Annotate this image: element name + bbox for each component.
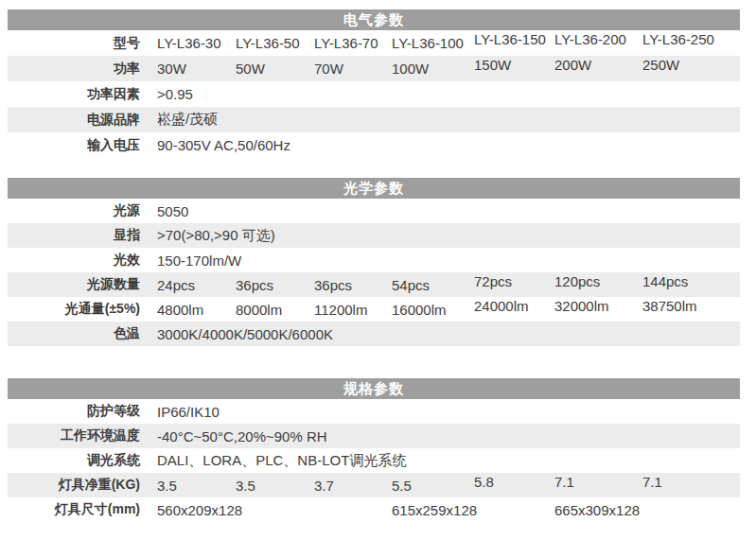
cell-text: LY-L36-150 (474, 31, 546, 47)
table-row: 调光系统DALI、LORA、PLC、NB-LOT调光系统 (8, 448, 740, 473)
table-row: 型号LY-L36-30LY-L36-50LY-L36-70LY-L36-100L… (8, 30, 740, 56)
cell-value: 70W (307, 56, 384, 81)
table-row: 功率30W50W70W100W150W200W250W (8, 56, 740, 81)
cell-text: 32000lm (554, 298, 609, 314)
cell-value: 665x309x128 (547, 497, 740, 522)
cell-text: 7.1 (642, 474, 662, 490)
table-row: 电源品牌崧盛/茂硕 (8, 107, 740, 132)
row-label: 色温 (8, 322, 149, 346)
row-label: 功率因素 (8, 81, 149, 107)
row-label: 调光系统 (8, 448, 149, 473)
section-electrical-parameters: 电气参数 型号LY-L36-30LY-L36-50LY-L36-70LY-L36… (8, 9, 740, 158)
cell-value: 72pcs (466, 272, 547, 297)
row-label: 灯具净重(KG) (8, 473, 149, 497)
row-label: 型号 (8, 30, 149, 56)
cell-text: 72pcs (474, 273, 512, 289)
cell-text: IP66/IK10 (157, 404, 220, 420)
cell-value: 144pcs (635, 272, 740, 297)
cell-text: 8000lm (236, 302, 282, 318)
table-row: 显指>70(>80,>90 可选) (8, 223, 740, 248)
cell-value: 8000lm (228, 297, 307, 322)
row-label: 灯具尺寸(mm) (8, 497, 149, 522)
cell-value: 36pcs (228, 272, 307, 297)
cell-text: 615x259x128 (392, 502, 477, 518)
cell-text: 3000K/4000K/5000K/6000K (157, 326, 333, 342)
table-row: 防护等级IP66/IK10 (8, 399, 740, 424)
cell-text: 36pcs (236, 277, 273, 293)
row-label: 显指 (8, 223, 149, 248)
cell-value: LY-L36-70 (307, 30, 384, 56)
row-label: 防护等级 (8, 399, 149, 424)
cell-text: 90-305V AC,50/60Hz (157, 137, 290, 153)
cell-text: 36pcs (314, 277, 352, 293)
electrical-parameters-table: 型号LY-L36-30LY-L36-50LY-L36-70LY-L36-100L… (8, 30, 740, 158)
cell-value: 50W (228, 56, 307, 81)
cell-text: >70(>80,>90 可选) (157, 227, 275, 245)
cell-text: 24pcs (157, 277, 195, 293)
cell-value: 150W (466, 56, 547, 81)
cell-text: 120pcs (554, 273, 600, 289)
table-row: 光源5050 (8, 199, 740, 223)
cell-value: 120pcs (547, 272, 635, 297)
cell-text: 30W (157, 61, 186, 77)
row-label: 光效 (8, 248, 149, 272)
section-specification-parameters: 规格参数 防护等级IP66/IK10工作环境温度-40°C~50°C,20%~9… (8, 378, 740, 522)
cell-value: 7.1 (547, 473, 635, 497)
table-row: 色温3000K/4000K/5000K/6000K (8, 322, 740, 346)
cell-value: LY-L36-250 (635, 30, 740, 56)
cell-value: 36pcs (307, 272, 384, 297)
cell-text: LY-L36-250 (642, 31, 714, 47)
row-label: 光通量(±5%) (8, 297, 149, 322)
section-title-electrical: 电气参数 (8, 9, 740, 30)
cell-value: 90-305V AC,50/60Hz (149, 132, 740, 158)
cell-value: 250W (635, 56, 740, 81)
cell-text: 70W (314, 61, 343, 77)
cell-text: 4800lm (157, 302, 203, 318)
row-label: 输入电压 (8, 132, 149, 158)
table-row: 灯具尺寸(mm)560x209x128615x259x128665x309x12… (8, 497, 740, 522)
cell-value: 崧盛/茂硕 (149, 107, 740, 132)
section-title-specification: 规格参数 (8, 378, 740, 399)
cell-value: 16000lm (384, 297, 466, 322)
row-label: 光源数量 (8, 272, 149, 297)
table-row: 灯具净重(KG)3.53.53.75.55.87.17.1 (8, 473, 740, 497)
cell-value: LY-L36-200 (547, 30, 635, 56)
cell-text: 5050 (157, 203, 188, 219)
cell-text: LY-L36-100 (392, 35, 464, 51)
cell-text: 144pcs (642, 273, 688, 289)
cell-value: 100W (384, 56, 466, 81)
cell-value: LY-L36-150 (466, 30, 547, 56)
cell-value: >0.95 (149, 81, 740, 107)
cell-text: >0.95 (157, 86, 193, 102)
section-title-optical: 光学参数 (8, 178, 740, 199)
cell-text: LY-L36-200 (554, 31, 626, 47)
cell-value: 5.8 (466, 473, 547, 497)
optical-parameters-table: 光源5050显指>70(>80,>90 可选)光效150-170lm/W光源数量… (8, 199, 740, 346)
cell-text: 5.8 (474, 474, 494, 490)
cell-text: LY-L36-70 (314, 35, 378, 51)
cell-text: 100W (392, 61, 429, 77)
cell-value: 4800lm (149, 297, 228, 322)
cell-value: 615x259x128 (384, 497, 547, 522)
cell-value: 200W (547, 56, 635, 81)
cell-value: LY-L36-30 (149, 30, 228, 56)
cell-text: 50W (236, 61, 265, 77)
cell-text: LY-L36-50 (236, 35, 300, 51)
cell-value: 3000K/4000K/5000K/6000K (149, 322, 740, 346)
table-row: 光源数量24pcs36pcs36pcs54pcs72pcs120pcs144pc… (8, 272, 740, 297)
section-optical-parameters: 光学参数 光源5050显指>70(>80,>90 可选)光效150-170lm/… (8, 178, 740, 346)
cell-value: 32000lm (547, 297, 635, 322)
cell-text: 11200lm (314, 302, 367, 318)
cell-text: 16000lm (392, 302, 447, 318)
cell-value: DALI、LORA、PLC、NB-LOT调光系统 (149, 448, 740, 473)
cell-value: 3.7 (307, 473, 384, 497)
specification-parameters-table: 防护等级IP66/IK10工作环境温度-40°C~50°C,20%~90% RH… (8, 399, 740, 522)
row-label: 功率 (8, 56, 149, 81)
table-row: 光效150-170lm/W (8, 248, 740, 272)
cell-text: 5.5 (392, 478, 412, 494)
cell-text: 54pcs (392, 277, 430, 293)
product-spec-sheet: 电气参数 型号LY-L36-30LY-L36-50LY-L36-70LY-L36… (0, 0, 756, 540)
cell-text: 崧盛/茂硕 (157, 111, 218, 129)
cell-value: 5.5 (384, 473, 466, 497)
cell-value: >70(>80,>90 可选) (149, 223, 740, 248)
